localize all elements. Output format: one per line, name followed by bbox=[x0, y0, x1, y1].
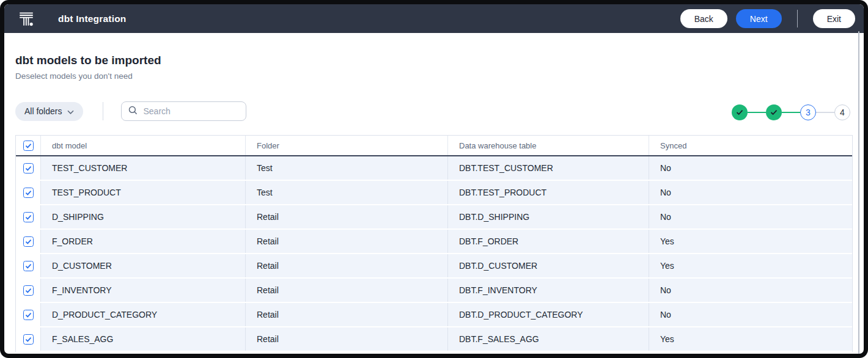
wizard-stepper: 3 4 bbox=[732, 104, 850, 120]
vertical-scrollbar[interactable] bbox=[858, 31, 860, 354]
step-number: 3 bbox=[806, 108, 811, 117]
row-checkbox-cell bbox=[16, 205, 40, 228]
folder-cell: Retail bbox=[245, 230, 447, 253]
models-table: dbt model Folder Data warehouse table Sy… bbox=[15, 135, 853, 352]
warehouse-table-cell: DBT.TEST_CUSTOMER bbox=[447, 156, 649, 180]
folder-cell: Retail bbox=[245, 303, 447, 326]
column-header-synced: Synced bbox=[649, 136, 852, 155]
back-button[interactable]: Back bbox=[680, 9, 727, 28]
main-content: dbt models to be imported Deselect model… bbox=[4, 54, 864, 352]
table-header-row: dbt model Folder Data warehouse table Sy… bbox=[16, 136, 852, 156]
exit-button[interactable]: Exit bbox=[813, 9, 855, 28]
table-row: TEST_PRODUCT Test DBT.TEST_PRODUCT No bbox=[16, 181, 852, 205]
table-body: TEST_CUSTOMER Test DBT.TEST_CUSTOMER No … bbox=[16, 156, 852, 352]
table-row: F_SALES_AGG Retail DBT.F_SALES_AGG Yes bbox=[16, 327, 852, 352]
row-checkbox-cell bbox=[16, 181, 40, 204]
row-checkbox[interactable] bbox=[23, 163, 34, 174]
synced-cell: Yes bbox=[649, 230, 852, 253]
page-subtitle: Deselect models you don't need bbox=[15, 71, 853, 81]
synced-cell: Yes bbox=[649, 254, 852, 277]
folder-cell: Retail bbox=[245, 254, 447, 277]
stepper-connector bbox=[748, 112, 766, 113]
step-3-current[interactable]: 3 bbox=[800, 104, 816, 120]
warehouse-table-cell: DBT.TEST_PRODUCT bbox=[447, 181, 649, 204]
warehouse-table-cell: DBT.F_SALES_AGG bbox=[447, 327, 649, 351]
folder-filter-dropdown[interactable]: All folders bbox=[15, 102, 83, 121]
select-all-checkbox[interactable] bbox=[23, 141, 34, 151]
row-checkbox[interactable] bbox=[23, 261, 34, 271]
row-checkbox-cell bbox=[16, 303, 40, 326]
filter-divider bbox=[103, 102, 103, 120]
top-navbar: dbt Integration Back Next Exit bbox=[4, 4, 864, 33]
row-checkbox-cell bbox=[16, 230, 40, 253]
table-row: F_ORDER Retail DBT.F_ORDER Yes bbox=[16, 230, 852, 254]
synced-cell: No bbox=[649, 279, 852, 302]
next-button[interactable]: Next bbox=[736, 9, 782, 28]
filter-row: All folders bbox=[15, 101, 853, 121]
step-number: 4 bbox=[840, 108, 845, 117]
chevron-down-icon bbox=[67, 106, 74, 116]
thoughtspot-logo-icon bbox=[18, 10, 35, 27]
check-icon bbox=[736, 108, 743, 117]
row-checkbox[interactable] bbox=[23, 188, 34, 198]
navbar-divider bbox=[797, 10, 798, 27]
folder-cell: Retail bbox=[245, 327, 447, 351]
dbt-model-cell: F_ORDER bbox=[40, 230, 245, 253]
synced-cell: No bbox=[649, 205, 852, 228]
folder-cell: Test bbox=[245, 181, 447, 204]
column-header-folder: Folder bbox=[245, 136, 447, 155]
dbt-model-cell: D_PRODUCT_CATEGORY bbox=[40, 303, 245, 326]
row-checkbox-cell bbox=[16, 156, 40, 180]
row-checkbox[interactable] bbox=[23, 236, 34, 247]
folder-cell: Test bbox=[245, 156, 447, 180]
step-4-upcoming[interactable]: 4 bbox=[834, 104, 850, 120]
row-checkbox-cell bbox=[16, 327, 40, 351]
table-row: F_INVENTORY Retail DBT.F_INVENTORY No bbox=[16, 279, 852, 303]
synced-cell: No bbox=[649, 156, 852, 180]
folder-cell: Retail bbox=[245, 279, 447, 302]
row-checkbox[interactable] bbox=[23, 334, 34, 345]
step-1-done[interactable] bbox=[732, 104, 748, 120]
synced-cell: No bbox=[649, 303, 852, 326]
row-checkbox[interactable] bbox=[23, 310, 34, 320]
row-checkbox[interactable] bbox=[23, 212, 34, 222]
warehouse-table-cell: DBT.F_ORDER bbox=[447, 230, 649, 253]
synced-cell: No bbox=[649, 181, 852, 204]
table-row: D_CUSTOMER Retail DBT.D_CUSTOMER Yes bbox=[16, 254, 852, 279]
folder-filter-label: All folders bbox=[24, 106, 62, 116]
folder-cell: Retail bbox=[245, 205, 447, 228]
warehouse-table-cell: DBT.D_PRODUCT_CATEGORY bbox=[447, 303, 649, 326]
page-title: dbt models to be imported bbox=[15, 54, 853, 67]
dbt-model-cell: D_SHIPPING bbox=[40, 205, 245, 228]
dbt-model-cell: TEST_CUSTOMER bbox=[40, 156, 245, 180]
table-row: D_PRODUCT_CATEGORY Retail DBT.D_PRODUCT_… bbox=[16, 303, 852, 327]
column-header-warehouse-table: Data warehouse table bbox=[447, 136, 649, 155]
app-window: dbt Integration Back Next Exit dbt model… bbox=[0, 0, 868, 358]
search-input[interactable] bbox=[143, 106, 239, 116]
search-box[interactable] bbox=[121, 101, 246, 121]
search-icon bbox=[128, 106, 138, 117]
warehouse-table-cell: DBT.D_CUSTOMER bbox=[447, 254, 649, 277]
row-checkbox-cell bbox=[16, 254, 40, 277]
warehouse-table-cell: DBT.D_SHIPPING bbox=[447, 205, 649, 228]
column-header-dbt-model: dbt model bbox=[40, 136, 245, 155]
synced-cell: Yes bbox=[649, 327, 852, 351]
row-checkbox[interactable] bbox=[23, 285, 34, 296]
table-row: D_SHIPPING Retail DBT.D_SHIPPING No bbox=[16, 205, 852, 230]
stepper-connector bbox=[782, 112, 800, 113]
step-2-done[interactable] bbox=[766, 104, 782, 120]
dbt-model-cell: F_SALES_AGG bbox=[40, 327, 245, 351]
warehouse-table-cell: DBT.F_INVENTORY bbox=[447, 279, 649, 302]
table-row: TEST_CUSTOMER Test DBT.TEST_CUSTOMER No bbox=[16, 156, 852, 181]
row-checkbox-cell bbox=[16, 279, 40, 302]
dbt-model-cell: F_INVENTORY bbox=[40, 279, 245, 302]
app-title: dbt Integration bbox=[58, 13, 127, 24]
dbt-model-cell: TEST_PRODUCT bbox=[40, 181, 245, 204]
stepper-connector bbox=[816, 112, 834, 113]
select-all-cell bbox=[16, 136, 40, 155]
check-icon bbox=[770, 108, 778, 117]
dbt-model-cell: D_CUSTOMER bbox=[40, 254, 245, 277]
